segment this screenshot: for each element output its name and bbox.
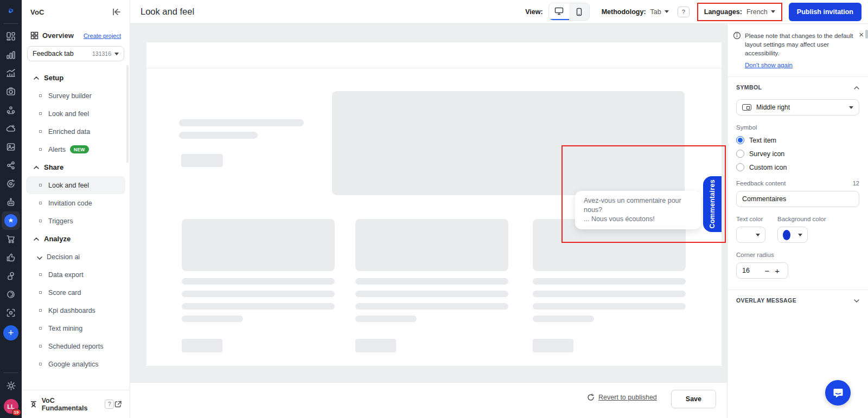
nav-section-share[interactable]: Share [26, 158, 125, 176]
help-icon[interactable]: ? [105, 400, 114, 409]
app-rail: + LL19 [0, 0, 22, 418]
chevron-down-icon [665, 10, 669, 13]
person-shapes-icon[interactable] [2, 267, 20, 285]
dashboard-icon[interactable] [2, 27, 20, 46]
add-button[interactable]: + [3, 325, 18, 340]
help-icon[interactable]: ? [678, 7, 690, 17]
team-icon[interactable] [2, 101, 20, 119]
feedback-content-input[interactable] [736, 191, 859, 207]
decrease-button[interactable]: − [762, 266, 772, 275]
create-project-link[interactable]: Create project [84, 33, 121, 39]
sidebar-item-invitation-code[interactable]: Invitation code [26, 194, 125, 212]
desktop-view-button[interactable] [549, 3, 569, 20]
feedback-tab-button[interactable]: Commentaires [703, 176, 722, 232]
sidebar-item-decision-ai[interactable]: Decision ai [26, 248, 125, 266]
feedback-star-icon[interactable] [2, 211, 20, 230]
grid-icon [30, 31, 39, 40]
sidebar-nav: Setup Survey builder Look and feel Enric… [22, 66, 130, 390]
overlay-message-section: OVERLAY MESSAGE [727, 290, 868, 304]
image-icon[interactable] [2, 138, 20, 156]
sidebar-item-triggers[interactable]: Triggers [26, 212, 125, 230]
robot-icon[interactable] [2, 193, 20, 211]
sidebar-item-scheduled-reports[interactable]: Scheduled reports [26, 337, 125, 355]
skeleton-line [355, 291, 508, 297]
sidebar-header: VoC [22, 0, 130, 24]
new-badge: NEW [70, 145, 89, 153]
user-avatar[interactable]: LL19 [4, 399, 18, 414]
settings-panel: Please note that changes to the default … [727, 24, 868, 418]
nav-section-label: Analyze [44, 235, 71, 243]
background-color-dropdown[interactable] [777, 227, 808, 243]
overlay-message-title: OVERLAY MESSAGE [736, 297, 796, 304]
bar-chart-icon[interactable] [2, 46, 20, 64]
star-bubble-icon [4, 214, 17, 227]
sidebar-item-data-export[interactable]: Data export [26, 266, 125, 284]
bullet-icon [39, 94, 42, 97]
sidebar-item-look-and-feel-setup[interactable]: Look and feel [26, 105, 125, 123]
skeleton-button [355, 339, 396, 352]
sidebar-item-look-and-feel-share[interactable]: Look and feel [26, 176, 125, 194]
skeleton-line [182, 291, 335, 297]
text-color-dropdown[interactable] [736, 227, 765, 243]
sidebar-item-google-analytics[interactable]: Google analytics [26, 355, 125, 373]
radio-icon [736, 163, 744, 171]
mentor-icon [29, 400, 38, 409]
symbol-section-header[interactable]: SYMBOL [736, 83, 859, 91]
footer-bar: Revert to published Save [130, 382, 727, 418]
nav-section-analyze[interactable]: Analyze [26, 230, 125, 248]
dont-show-again-link[interactable]: Don't show again [745, 62, 793, 68]
nav-section-setup[interactable]: Setup [26, 69, 125, 87]
increase-button[interactable]: + [772, 266, 782, 275]
bullet-icon [39, 112, 42, 115]
camera-icon[interactable] [2, 82, 20, 101]
collapse-sidebar-icon[interactable] [112, 8, 121, 16]
close-icon[interactable]: × [859, 31, 864, 69]
skeleton-line [355, 316, 417, 322]
chat-widget-button[interactable] [825, 380, 851, 406]
cloud-add-icon[interactable] [2, 119, 20, 138]
notification-badge: 19 [12, 409, 21, 416]
revert-to-published-button[interactable]: Revert to published [587, 394, 657, 401]
publish-invitation-button[interactable]: Publish invitation [789, 3, 861, 21]
methodology-dropdown[interactable]: Tab [650, 8, 669, 16]
languages-dropdown[interactable]: French [746, 8, 775, 16]
analytics-trend-icon[interactable] [2, 64, 20, 82]
share-nodes-icon[interactable] [2, 156, 20, 175]
tooltip-line-2: ... Nous vous écoutons! [584, 215, 692, 224]
sidebar-item-survey-builder[interactable]: Survey builder [26, 87, 125, 105]
chevron-down-icon [854, 297, 859, 304]
phone-icon [576, 8, 582, 16]
radio-custom-icon[interactable]: Custom icon [736, 163, 859, 171]
focus-scan-icon[interactable] [2, 304, 20, 322]
external-link-icon[interactable] [114, 400, 122, 408]
refresh-donut-icon[interactable] [2, 175, 20, 193]
sidebar-item-text-mining[interactable]: Text mining [26, 319, 125, 337]
text-color-control: Text color [736, 207, 765, 243]
sidebar-item-alerts[interactable]: AlertsNEW [26, 140, 125, 158]
sidebar-scrollbar[interactable] [126, 65, 129, 163]
project-selector[interactable]: Feedback tab 131316 [27, 46, 124, 61]
methodology-label: Methodology: [602, 8, 646, 16]
sidebar-item-kpi-dashboards[interactable]: Kpi dashboards [26, 301, 125, 319]
sidebar-item-score-card[interactable]: Score card [26, 284, 125, 301]
rail-bottom-group: LL19 [2, 370, 20, 414]
chevron-down-icon [37, 252, 42, 262]
chevron-down-icon [771, 10, 775, 13]
brand-logo [4, 4, 18, 18]
skeleton-line [182, 278, 335, 285]
settings-gear-icon[interactable] [2, 376, 20, 395]
sidebar-item-enriched-data[interactable]: Enriched data [26, 123, 125, 140]
position-dropdown[interactable]: Middle right [736, 99, 859, 115]
eye-icon[interactable] [2, 285, 20, 304]
panel-scrollbar[interactable] [865, 30, 868, 38]
overview-row[interactable]: Overview Create project [22, 24, 130, 45]
radio-text-item[interactable]: Text item [736, 136, 859, 144]
save-button[interactable]: Save [671, 390, 716, 408]
radio-survey-icon[interactable]: Survey icon [736, 150, 859, 158]
overlay-message-header[interactable]: OVERLAY MESSAGE [736, 297, 859, 304]
chevron-up-icon [34, 166, 39, 169]
mobile-view-button[interactable] [569, 3, 589, 20]
cart-icon[interactable] [2, 230, 20, 248]
thumbs-up-icon[interactable] [2, 248, 20, 267]
nav-section-label: Setup [44, 74, 63, 82]
